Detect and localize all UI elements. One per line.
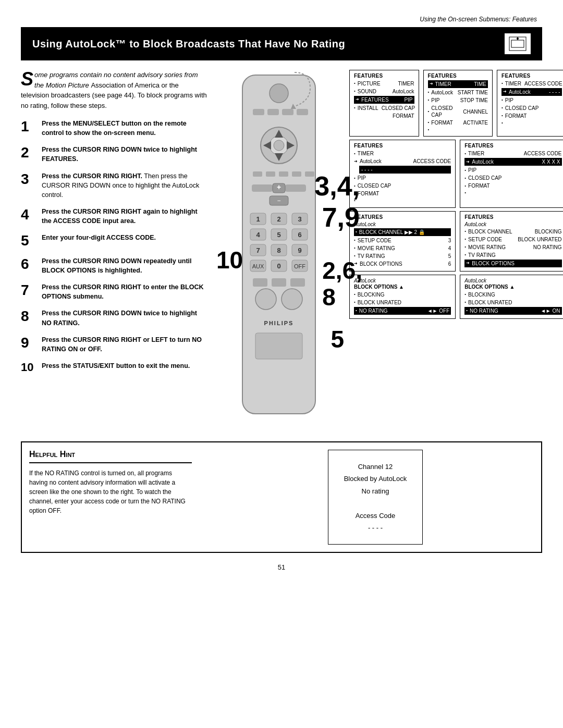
- menu-title-3: FEATURES: [501, 73, 562, 79]
- step-4: 4 Press the CURSOR RING RIGHT again to h…: [21, 207, 209, 226]
- menu-title: FEATURES: [464, 143, 561, 149]
- svg-rect-1: [511, 40, 524, 47]
- menu-item: • CLOSED CAP: [501, 105, 562, 112]
- svg-text:−: −: [277, 197, 280, 204]
- menu-item: • TIMER ACCESS CODE: [501, 80, 562, 87]
- menu-item: ➜ BLOCK OPTIONS 6: [354, 261, 451, 267]
- svg-text:+: +: [277, 183, 281, 191]
- svg-point-3: [517, 38, 519, 40]
- step-text-9: Press the CURSOR RING RIGHT or LEFT to t…: [42, 335, 209, 354]
- step-7: 7 Press the CURSOR RING RIGHT to enter t…: [21, 282, 209, 301]
- menu-item: • TV RATING: [464, 252, 561, 258]
- step-num-7: 7: [21, 282, 36, 299]
- menu-item: • CLOSED CAP: [354, 182, 451, 189]
- menu-item: • FORMAT ACTIVATE: [428, 119, 488, 126]
- svg-point-16: [274, 140, 284, 151]
- menu-item: • TIMER: [354, 150, 451, 157]
- svg-rect-17: [253, 171, 262, 177]
- menu-item-highlighted: • NO RATING ◄► OFF: [354, 307, 451, 315]
- drop-cap: S: [21, 72, 33, 87]
- overlay-num-79: 7,9: [322, 203, 360, 232]
- step-text-10: Press the STATUS/EXIT button to exit the…: [42, 361, 190, 371]
- step-num-9: 9: [21, 335, 36, 351]
- screen-menu-blockopts-1: AutoLock BLOCK OPTIONS ▲ • BLOCKING • BL…: [349, 275, 456, 319]
- channel-line-6: - - - -: [344, 522, 407, 534]
- menu-item-highlighted: ➜ FEATURES PIP: [354, 96, 414, 104]
- step-num-2: 2: [21, 145, 36, 161]
- menu-title: FEATURES: [464, 214, 561, 220]
- step-text-5: Enter your four-digit ACCESS CODE.: [42, 233, 156, 242]
- page-title: Using AutoLock™ to Block Broadcasts That…: [32, 38, 345, 50]
- step-num-6: 6: [21, 256, 36, 273]
- menu-item-highlighted: - - - -: [359, 166, 451, 174]
- hint-right: Channel 12 Blocked by AutoLock No rating…: [210, 442, 541, 552]
- menu-item: • FORMAT: [501, 113, 562, 119]
- svg-rect-6: [253, 109, 264, 115]
- svg-rect-19: [279, 171, 288, 177]
- svg-point-55: [255, 289, 276, 310]
- svg-text:4: 4: [256, 231, 260, 239]
- svg-marker-59: [291, 104, 296, 109]
- menu-item: • MOVIE RATING NO RATING: [464, 244, 561, 251]
- step-3: 3 Press the CURSOR RING RIGHT. Then pres…: [21, 171, 209, 200]
- svg-rect-58: [255, 333, 302, 359]
- menu-title: FEATURES: [354, 214, 451, 220]
- menu-item: ➜ AutoLock ACCESS CODE: [354, 158, 451, 165]
- screen-menu-features-3: FEATURES • TIMER ACCESS CODE ➜ AutoLock …: [497, 70, 563, 137]
- step-1: 1 Press the MENU/SELECT button on the re…: [21, 119, 209, 138]
- svg-rect-52: [253, 278, 267, 287]
- svg-text:0: 0: [277, 262, 280, 270]
- step-text-1: Press the MENU/SELECT button on the remo…: [42, 119, 209, 138]
- svg-text:7: 7: [256, 246, 260, 254]
- autolock-subtitle: AutoLock: [354, 221, 451, 227]
- menu-item: • TV RATING 5: [354, 253, 451, 260]
- menu-item: •: [354, 198, 451, 203]
- menu-item: • PIP: [354, 175, 451, 181]
- menu-title-1: FEATURES: [354, 73, 414, 79]
- remote-container: 3,4, 7,9 10 2,6,8 5: [227, 70, 331, 426]
- overlay-num-268: 2,6,8: [322, 257, 362, 310]
- menu-item-highlighted: ➜ BLOCK OPTIONS: [464, 260, 561, 267]
- intro-text: S ome programs contain no content adviso…: [21, 70, 209, 110]
- svg-text:PHILIPS: PHILIPS: [264, 320, 294, 326]
- menu-item-highlighted: • BLOCK CHANNEL ▶▶ 2 🔒: [354, 228, 451, 236]
- top-header: Using the On-screen Submenus: Features: [21, 16, 542, 23]
- step-num-4: 4: [21, 207, 36, 223]
- step-text-7: Press the CURSOR RING RIGHT to enter the…: [42, 282, 209, 301]
- screen-menu-access-1: FEATURES • TIMER ➜ AutoLock ACCESS CODE …: [349, 140, 456, 207]
- menu-item: FORMAT: [354, 113, 414, 119]
- menu-item: • SOUND AutoLock: [354, 88, 414, 95]
- step-num-1: 1: [21, 119, 36, 135]
- hint-body: If the NO RATING control is turned on, a…: [29, 468, 192, 515]
- svg-text:OFF: OFF: [294, 263, 305, 269]
- right-column: FEATURES • PICTURE TIMER • SOUND AutoLoc…: [349, 70, 563, 426]
- channel-line-spacer: [344, 497, 407, 509]
- menu-row-1: FEATURES • PICTURE TIMER • SOUND AutoLoc…: [349, 70, 563, 137]
- menu-item: •: [428, 127, 488, 132]
- svg-text:9: 9: [298, 246, 301, 254]
- menu-item: • PICTURE TIMER: [354, 80, 414, 87]
- svg-text:5: 5: [277, 231, 280, 239]
- menu-item: • SETUP CODE 3: [354, 237, 451, 244]
- step-8: 8 Press the CURSOR RING DOWN twice to hi…: [21, 309, 209, 327]
- channel-line-5: Access Code: [344, 510, 407, 522]
- overlay-num-34: 3,4,: [314, 171, 360, 201]
- page: Using the On-screen Submenus: Features U…: [0, 0, 563, 728]
- title-icon: [505, 33, 531, 54]
- step-text-4: Press the CURSOR RING RIGHT again to hig…: [42, 207, 209, 226]
- step-10: 10 Press the STATUS/EXIT button to exit …: [21, 361, 209, 374]
- step-text-6: Press the CURSOR RING DOWN repeatedly un…: [42, 256, 209, 275]
- block-options-label-2: BLOCK OPTIONS ▲: [464, 284, 561, 290]
- main-content: S ome programs contain no content adviso…: [21, 70, 542, 426]
- menu-item: • FORMAT: [354, 190, 451, 197]
- svg-text:8: 8: [277, 246, 280, 254]
- svg-text:6: 6: [298, 231, 301, 239]
- menu-item: • CLOSED CAP: [464, 175, 561, 181]
- menu-item: • BLOCK CHANNEL BLOCKING: [464, 228, 561, 235]
- title-box: Using AutoLock™ to Block Broadcasts That…: [21, 27, 542, 60]
- menu-item: • MOVIE RATING 4: [354, 245, 451, 252]
- svg-text:AUX: AUX: [252, 263, 264, 269]
- svg-rect-21: [305, 171, 314, 177]
- hint-left: Helpful Hint If the NO RATING control is…: [22, 442, 199, 552]
- middle-column: 3,4, 7,9 10 2,6,8 5: [219, 70, 339, 426]
